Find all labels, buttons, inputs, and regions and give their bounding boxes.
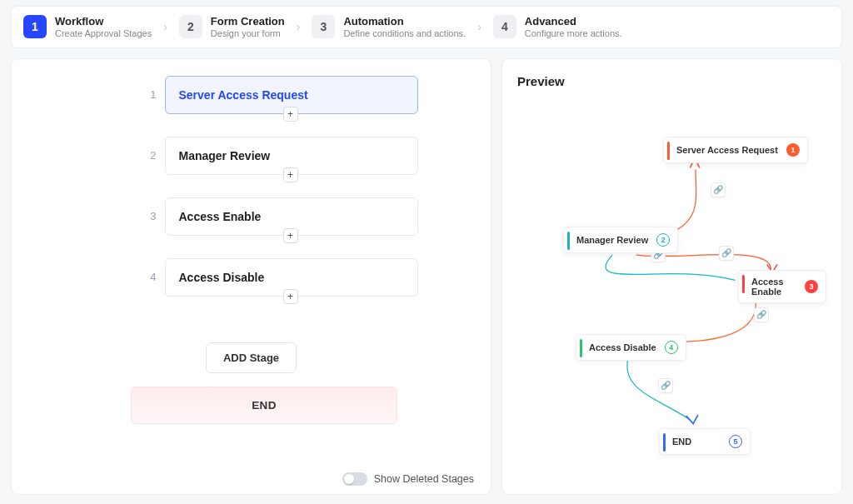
step-title: Automation bbox=[343, 15, 466, 28]
node-badge: 1 bbox=[786, 143, 800, 157]
step-form-creation[interactable]: 2 Form Creation Design your form bbox=[179, 15, 285, 39]
insert-stage-button[interactable]: + bbox=[283, 167, 298, 182]
node-color-bar bbox=[667, 142, 670, 160]
step-subtitle: Create Approval Stages bbox=[55, 28, 152, 39]
preview-node-server-access-request[interactable]: Server Access Request 1 bbox=[663, 137, 808, 163]
stage-index: 1 bbox=[143, 88, 157, 101]
node-color-bar bbox=[742, 275, 745, 293]
node-label: Access Disable bbox=[586, 342, 656, 352]
stage-index: 4 bbox=[143, 271, 157, 283]
link-icon[interactable]: 🔗 bbox=[754, 307, 769, 322]
step-number: 2 bbox=[179, 15, 202, 38]
step-subtitle: Configure more actions. bbox=[525, 28, 622, 39]
insert-stage-button[interactable]: + bbox=[283, 289, 298, 304]
preview-node-access-disable[interactable]: Access Disable 4 bbox=[576, 334, 686, 361]
show-deleted-label: Show Deleted Stages bbox=[374, 473, 474, 485]
node-color-bar bbox=[580, 339, 582, 357]
stage-editor-panel: 1 Server Access Request + 2 Manager Revi… bbox=[12, 59, 491, 494]
link-icon[interactable]: 🔗 bbox=[719, 246, 734, 261]
node-label: Server Access Request bbox=[673, 145, 778, 155]
link-icon[interactable]: 🔗 bbox=[658, 378, 673, 393]
chevron-right-icon: › bbox=[297, 20, 301, 33]
node-badge: 5 bbox=[729, 435, 742, 448]
node-label: Manager Review bbox=[573, 235, 648, 245]
setup-stepper: 1 Workflow Create Approval Stages › 2 Fo… bbox=[12, 7, 841, 47]
preview-panel: Preview 🔗 bbox=[502, 59, 841, 494]
node-badge: 4 bbox=[665, 341, 678, 354]
stage-index: 2 bbox=[143, 149, 157, 162]
preview-node-end[interactable]: END 5 bbox=[659, 428, 751, 455]
insert-stage-button[interactable]: + bbox=[283, 228, 298, 243]
step-advanced[interactable]: 4 Advanced Configure more actions. bbox=[493, 15, 622, 39]
step-number: 4 bbox=[493, 15, 516, 38]
preview-canvas[interactable]: 🔗 🔗 🔗 🔗 🔗 Server Access Request 1 Manage… bbox=[517, 95, 826, 478]
node-color-bar bbox=[663, 433, 666, 452]
stage-index: 3 bbox=[143, 210, 157, 222]
insert-stage-button[interactable]: + bbox=[283, 107, 298, 122]
step-number: 1 bbox=[23, 15, 47, 38]
step-workflow[interactable]: 1 Workflow Create Approval Stages bbox=[23, 15, 152, 39]
step-automation[interactable]: 3 Automation Define conditions and actio… bbox=[312, 15, 466, 39]
step-title: Advanced bbox=[525, 15, 622, 28]
preview-node-access-enable[interactable]: Access Enable 3 bbox=[738, 270, 826, 303]
step-subtitle: Define conditions and actions. bbox=[343, 28, 466, 39]
node-badge: 2 bbox=[656, 233, 670, 247]
step-number: 3 bbox=[312, 15, 335, 38]
add-stage-button[interactable]: ADD Stage bbox=[206, 342, 297, 373]
chevron-right-icon: › bbox=[477, 20, 481, 33]
node-label: END bbox=[669, 437, 721, 447]
show-deleted-toggle[interactable] bbox=[342, 472, 367, 486]
step-title: Workflow bbox=[55, 15, 152, 28]
node-label: Access Enable bbox=[748, 277, 796, 297]
preview-node-manager-review[interactable]: Manager Review 2 bbox=[563, 227, 678, 253]
step-title: Form Creation bbox=[211, 15, 285, 28]
chevron-right-icon: › bbox=[163, 20, 167, 33]
preview-title: Preview bbox=[517, 74, 826, 88]
end-stage-box: END bbox=[131, 387, 397, 424]
node-badge: 3 bbox=[805, 280, 818, 293]
step-subtitle: Design your form bbox=[211, 28, 285, 39]
link-icon[interactable]: 🔗 bbox=[711, 182, 726, 197]
node-color-bar bbox=[567, 232, 570, 250]
